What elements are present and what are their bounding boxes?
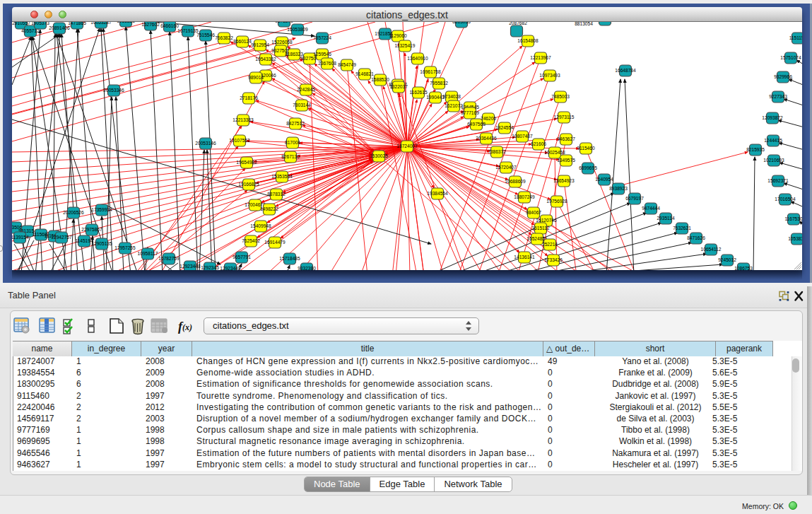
svg-text:8813054: 8813054 — [575, 22, 593, 26]
svg-text:1471865: 1471865 — [68, 22, 86, 25]
svg-text:1139154: 1139154 — [12, 235, 29, 240]
svg-text:16053809: 16053809 — [287, 27, 308, 32]
svg-text:17016504: 17016504 — [775, 197, 796, 201]
svg-text:1162615: 1162615 — [409, 90, 428, 95]
svg-text:7625402: 7625402 — [242, 238, 260, 243]
svg-text:8454749: 8454749 — [338, 62, 356, 67]
svg-text:8938923: 8938923 — [609, 186, 628, 191]
svg-text:2242845: 2242845 — [297, 87, 315, 92]
svg-text:2718176: 2718176 — [240, 95, 258, 100]
svg-text:1530025: 1530025 — [370, 153, 388, 158]
svg-text:7857224: 7857224 — [313, 35, 331, 40]
svg-text:2087682: 2087682 — [509, 22, 527, 25]
svg-text:1167530: 1167530 — [784, 216, 802, 221]
svg-text:10654112: 10654112 — [701, 247, 722, 252]
svg-text:2935114: 2935114 — [657, 216, 675, 221]
svg-text:8471626: 8471626 — [687, 235, 705, 240]
svg-text:7663822: 7663822 — [215, 35, 233, 40]
svg-text:8878312: 8878312 — [267, 192, 286, 197]
svg-text:12923448: 12923448 — [180, 264, 201, 269]
svg-text:7485003: 7485003 — [551, 94, 570, 99]
svg-text:746206: 746206 — [481, 116, 496, 121]
svg-text:20364436: 20364436 — [476, 136, 497, 141]
svg-text:984067: 984067 — [526, 210, 541, 215]
svg-text:10958117: 10958117 — [138, 251, 158, 256]
svg-text:15353594: 15353594 — [271, 174, 293, 179]
svg-text:15226058: 15226058 — [271, 40, 293, 45]
svg-text:817004: 817004 — [285, 140, 300, 145]
svg-text:9332380: 9332380 — [298, 266, 316, 270]
svg-text:12942757: 12942757 — [51, 235, 72, 240]
svg-text:8267130: 8267130 — [281, 154, 300, 159]
svg-text:17359934: 17359934 — [91, 207, 112, 212]
svg-text:10543382: 10543382 — [255, 57, 276, 62]
svg-text:9777169: 9777169 — [461, 110, 479, 115]
svg-text:12923449: 12923449 — [220, 266, 241, 270]
svg-text:1259546: 1259546 — [313, 52, 331, 57]
svg-text:1349575: 1349575 — [557, 158, 575, 163]
svg-text:13654923: 13654923 — [553, 178, 575, 183]
svg-text:16961758: 16961758 — [420, 69, 441, 74]
svg-text:19384554: 19384554 — [427, 191, 448, 196]
svg-text:10719135: 10719135 — [177, 28, 199, 33]
svg-text:16154808: 16154808 — [517, 38, 539, 43]
svg-text:10025458: 10025458 — [544, 150, 565, 155]
svg-text:9734028: 9734028 — [442, 94, 461, 99]
svg-text:7955812: 7955812 — [430, 81, 448, 86]
svg-text:10807487: 10807487 — [512, 134, 533, 139]
svg-text:10210693: 10210693 — [763, 158, 784, 163]
svg-text:12213383: 12213383 — [233, 117, 254, 122]
svg-text:10973493: 10973493 — [539, 73, 560, 78]
svg-text:1151159: 1151159 — [789, 35, 802, 40]
svg-text:20053146: 20053146 — [195, 141, 216, 146]
svg-text:12905135: 12905135 — [91, 241, 112, 246]
svg-text:621606: 621606 — [531, 141, 546, 146]
svg-text:9227343: 9227343 — [769, 94, 787, 99]
svg-text:14136141: 14136141 — [514, 255, 535, 259]
svg-text:7803144: 7803144 — [293, 103, 311, 107]
svg-text:1292345: 1292345 — [201, 265, 219, 270]
svg-text:6466160: 6466160 — [160, 23, 179, 28]
svg-text:6899695: 6899695 — [579, 165, 597, 170]
svg-text:16053287: 16053287 — [90, 22, 112, 25]
svg-text:19166825: 19166825 — [238, 182, 259, 187]
svg-text:12213967: 12213967 — [530, 55, 551, 60]
svg-text:13640910: 13640910 — [407, 56, 428, 61]
svg-text:16782759: 16782759 — [158, 256, 180, 261]
svg-text:10688609: 10688609 — [505, 179, 526, 184]
svg-text:9329966: 9329966 — [774, 74, 792, 79]
svg-text:16648784: 16648784 — [615, 68, 636, 73]
svg-text:9474444: 9474444 — [642, 206, 660, 211]
svg-text:6497568: 6497568 — [467, 122, 486, 127]
svg-text:9146821: 9146821 — [355, 71, 374, 76]
svg-text:8427512: 8427512 — [286, 121, 305, 126]
svg-text:9115460: 9115460 — [577, 146, 595, 151]
svg-text:1244415: 1244415 — [764, 138, 782, 143]
svg-text:15692371: 15692371 — [767, 178, 789, 183]
svg-text:18807249: 18807249 — [514, 194, 535, 199]
svg-text:1615112: 1615112 — [531, 226, 550, 230]
svg-text:20206526: 20206526 — [63, 210, 84, 215]
svg-text:19756928: 19756928 — [546, 199, 567, 204]
svg-text:7515546: 7515546 — [196, 33, 215, 37]
svg-text:10107552: 10107552 — [229, 138, 250, 143]
svg-text:9245012: 9245012 — [718, 257, 736, 262]
svg-text:989014: 989014 — [248, 75, 264, 80]
svg-text:15751074: 15751074 — [780, 55, 801, 60]
svg-text:1322037: 1322037 — [389, 84, 408, 89]
svg-text:9378379: 9378379 — [275, 22, 293, 23]
svg-text:9463627: 9463627 — [557, 136, 575, 141]
svg-text:1640954: 1640954 — [595, 177, 613, 182]
svg-text:1498222: 1498222 — [260, 206, 278, 211]
svg-text:9912954: 9912954 — [251, 42, 269, 47]
svg-text:1733426: 1733426 — [544, 257, 563, 262]
svg-text:7386372: 7386372 — [488, 149, 506, 154]
svg-text:2367608: 2367608 — [318, 61, 336, 66]
svg-text:8660124: 8660124 — [233, 39, 252, 44]
svg-text:1129060: 1129060 — [389, 33, 407, 38]
svg-text:18724007: 18724007 — [396, 144, 418, 148]
svg-text:15720407: 15720407 — [495, 165, 517, 170]
svg-text:1145194: 1145194 — [75, 238, 93, 243]
svg-text:8813055: 8813055 — [452, 22, 471, 24]
svg-text:16914479: 16914479 — [264, 240, 286, 245]
